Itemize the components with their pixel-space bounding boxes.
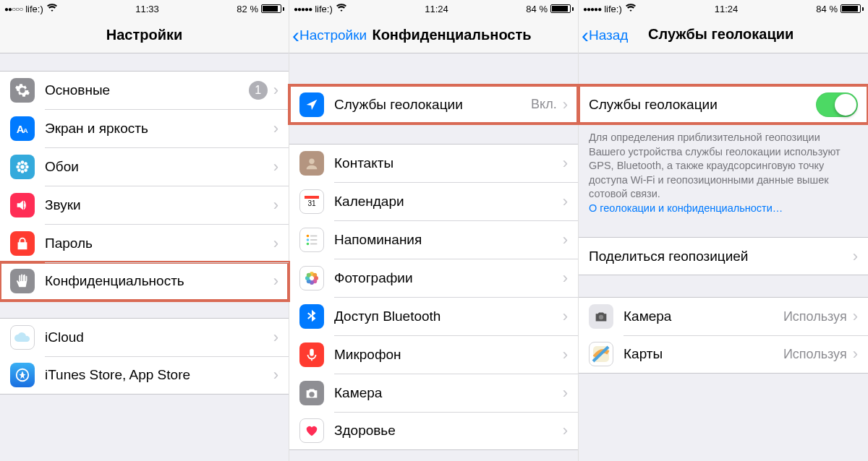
row-label: Напоминания: [334, 232, 563, 248]
carrier-label: life:): [315, 4, 333, 14]
row-share-location[interactable]: Поделиться геопозицией ›: [579, 237, 868, 275]
hand-icon: [10, 269, 35, 293]
battery-icon: [841, 4, 864, 13]
row-microphone[interactable]: Микрофон ›: [289, 335, 578, 374]
nav-bar: Настройки: [0, 17, 289, 53]
chevron-right-icon: ›: [853, 345, 858, 363]
photos-icon: [299, 266, 324, 290]
contacts-icon: [299, 151, 324, 176]
row-label: Службы геолокации: [589, 97, 816, 113]
row-label: Конфиденциальность: [45, 273, 273, 289]
nav-bar: ‹ Настройки Конфиденциальность: [289, 17, 578, 53]
notification-badge: 1: [249, 81, 268, 100]
row-health[interactable]: Здоровье ›: [289, 412, 578, 450]
text-size-icon: AA: [10, 116, 35, 141]
speaker-icon: [10, 193, 35, 217]
svg-rect-21: [310, 243, 317, 244]
row-contacts[interactable]: Контакты ›: [289, 144, 578, 182]
svg-point-12: [309, 159, 314, 164]
chevron-right-icon: ›: [563, 269, 568, 288]
row-general[interactable]: Основные 1 ›: [0, 71, 289, 109]
battery-icon: [550, 4, 574, 13]
appstore-icon: [10, 363, 35, 387]
svg-point-20: [307, 242, 310, 245]
chevron-right-icon: ›: [563, 95, 568, 114]
svg-point-8: [24, 162, 27, 165]
row-location-services[interactable]: Службы геолокации Вкл. ›: [289, 85, 578, 124]
status-bar: ●●●●● life:) 11:24 84 %: [289, 0, 578, 17]
status-bar: ●●●●● life:) 11:24 84 %: [579, 0, 868, 17]
chevron-right-icon: ›: [273, 272, 278, 290]
svg-point-10: [24, 168, 27, 172]
svg-text:31: 31: [307, 199, 316, 207]
svg-point-18: [307, 238, 310, 241]
gear-icon: [10, 78, 35, 103]
about-location-link[interactable]: О геолокации и конфиденциальности…: [589, 202, 783, 214]
privacy-screen: ●●●●● life:) 11:24 84 % ‹ Настройки Конф…: [289, 0, 579, 461]
row-passcode[interactable]: Пароль ›: [0, 224, 289, 262]
svg-text:A: A: [23, 126, 28, 134]
row-app-camera[interactable]: Камера Используя ›: [579, 297, 868, 335]
chevron-right-icon: ›: [273, 234, 278, 253]
row-itunes[interactable]: iTunes Store, App Store ›: [0, 356, 289, 395]
nav-back-button[interactable]: ‹ Настройки: [289, 25, 367, 46]
row-label: Доступ Bluetooth: [334, 309, 563, 324]
row-label: Здоровье: [334, 423, 563, 439]
settings-group-general: Основные 1 › AA Экран и яркость › Обои ›: [0, 71, 289, 301]
row-label: Микрофон: [334, 347, 563, 363]
row-detail: Вкл.: [531, 97, 557, 112]
chevron-right-icon: ›: [273, 196, 278, 215]
wifi-icon: [625, 4, 637, 14]
row-label: iCloud: [45, 329, 273, 345]
wifi-icon: [46, 4, 58, 14]
row-camera[interactable]: Камера ›: [289, 374, 578, 412]
row-label: Календари: [334, 194, 563, 210]
cloud-icon: [10, 325, 35, 350]
calendar-icon: 31: [299, 189, 324, 214]
row-privacy[interactable]: Конфиденциальность ›: [0, 262, 289, 301]
battery-pct: 82 %: [237, 4, 258, 14]
row-label: Камера: [624, 309, 783, 324]
location-services-toggle[interactable]: [816, 92, 858, 117]
row-reminders[interactable]: Напоминания ›: [289, 220, 578, 259]
chevron-right-icon: ›: [273, 366, 278, 384]
camera-app-icon: [589, 304, 613, 329]
row-detail: Используя: [783, 309, 847, 324]
battery-icon: [261, 4, 284, 13]
row-display[interactable]: AA Экран и яркость ›: [0, 109, 289, 147]
location-arrow-icon: [299, 92, 324, 117]
row-calendars[interactable]: 31 Календари ›: [289, 182, 578, 220]
svg-point-3: [21, 160, 25, 164]
nav-bar: ‹ Назад Службы геолокации: [579, 17, 868, 53]
row-label: Основные: [45, 82, 249, 98]
settings-root-screen: ●●○○○ life:) 11:33 82 % Настройки: [0, 0, 289, 461]
chevron-right-icon: ›: [853, 247, 858, 266]
status-time: 11:33: [135, 4, 159, 14]
svg-point-2: [20, 165, 25, 169]
location-footer: Для определения приблизительной геопозиц…: [579, 124, 868, 223]
chevron-right-icon: ›: [273, 81, 278, 100]
row-photos[interactable]: Фотографии ›: [289, 259, 578, 297]
row-bluetooth[interactable]: Доступ Bluetooth ›: [289, 297, 578, 335]
nav-back-label: Назад: [589, 27, 628, 43]
signal-dots-icon: ●●●●●: [294, 5, 312, 13]
chevron-left-icon: ‹: [292, 25, 299, 46]
status-time: 11:24: [425, 4, 448, 14]
chevron-right-icon: ›: [563, 384, 568, 402]
row-icloud[interactable]: iCloud ›: [0, 318, 289, 356]
svg-point-4: [21, 170, 25, 173]
row-location-toggle[interactable]: Службы геолокации: [579, 85, 868, 124]
nav-back-button[interactable]: ‹ Назад: [579, 25, 628, 46]
svg-point-31: [599, 315, 603, 319]
health-icon: [299, 418, 324, 443]
row-label: Обои: [45, 159, 273, 175]
chevron-right-icon: ›: [273, 119, 278, 138]
svg-point-16: [307, 234, 310, 237]
battery-pct: 84 %: [816, 4, 838, 14]
svg-rect-19: [310, 239, 317, 241]
row-wallpaper[interactable]: Обои ›: [0, 147, 289, 186]
svg-rect-13: [305, 196, 319, 199]
row-app-maps[interactable]: Карты Используя ›: [579, 335, 868, 374]
row-sounds[interactable]: Звуки ›: [0, 186, 289, 224]
chevron-right-icon: ›: [563, 421, 568, 440]
